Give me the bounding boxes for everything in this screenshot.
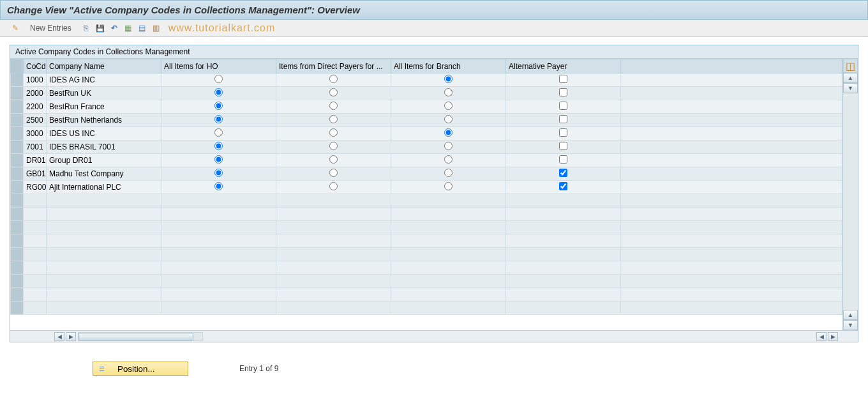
select-block-icon[interactable] (137, 22, 148, 34)
cell-cocd[interactable]: DR01 (24, 154, 47, 167)
col-header-branch[interactable]: All Items for Branch (391, 59, 506, 73)
scroll-down-button[interactable]: ▼ (843, 320, 858, 330)
checkbox-altpay[interactable] (559, 75, 567, 83)
radio-direct[interactable] (329, 182, 338, 190)
radio-direct[interactable] (329, 88, 338, 96)
radio-ho[interactable] (214, 182, 223, 190)
cell-company-name[interactable]: IDES US INC (47, 127, 161, 141)
save-icon[interactable] (94, 22, 106, 34)
scroll-up-step-button[interactable]: ▼ (843, 83, 858, 93)
radio-branch[interactable] (444, 169, 453, 177)
col-header-name[interactable]: Company Name (47, 59, 161, 73)
radio-ho[interactable] (214, 169, 223, 177)
radio-ho[interactable] (214, 88, 223, 96)
checkbox-altpay[interactable] (559, 155, 567, 164)
radio-branch[interactable] (444, 155, 453, 164)
scroll-up-button[interactable]: ▲ (843, 73, 858, 83)
hscroll-thumb-left[interactable] (79, 333, 193, 340)
row-selector[interactable] (11, 114, 24, 127)
new-entries-button[interactable]: New Entries (30, 24, 71, 33)
radio-direct[interactable] (329, 102, 338, 110)
cell-company-name[interactable]: IDES AG INC (47, 73, 161, 87)
checkbox-altpay[interactable] (559, 88, 567, 96)
row-selector[interactable] (11, 275, 24, 288)
row-selector[interactable] (11, 100, 24, 114)
radio-direct[interactable] (329, 142, 338, 150)
checkbox-altpay[interactable] (559, 115, 567, 123)
select-all-icon[interactable] (123, 22, 134, 34)
row-selector[interactable] (11, 234, 24, 248)
hscroll-track-left[interactable] (78, 332, 203, 341)
radio-branch[interactable] (444, 128, 453, 137)
deselect-icon[interactable] (151, 22, 162, 34)
hscroll-left-button[interactable]: ◀ (54, 332, 64, 341)
col-header-ho[interactable]: All Items for HO (161, 59, 276, 73)
cell-company-name[interactable]: IDES BRASIL 7001 (47, 141, 161, 154)
undo-icon[interactable] (108, 22, 120, 34)
col-header-altpay[interactable]: Alternative Payer (506, 59, 621, 73)
col-header-direct[interactable]: Items from Direct Payers for ... (276, 59, 391, 73)
hscroll-right-button[interactable]: ▶ (66, 332, 76, 341)
cell-company-name[interactable]: Ajit International PLC (47, 181, 161, 194)
hscroll-right-left-button[interactable]: ◀ (816, 332, 827, 341)
col-header-select[interactable] (11, 59, 24, 73)
radio-ho[interactable] (214, 155, 223, 164)
radio-direct[interactable] (329, 128, 338, 137)
copy-icon[interactable] (80, 22, 92, 34)
row-selector[interactable] (11, 154, 24, 167)
checkbox-altpay[interactable] (559, 102, 567, 110)
row-selector[interactable] (11, 127, 24, 141)
radio-branch[interactable] (444, 182, 453, 190)
radio-direct[interactable] (329, 169, 338, 177)
radio-ho[interactable] (214, 75, 223, 83)
row-selector[interactable] (11, 208, 24, 221)
checkbox-altpay[interactable] (559, 142, 567, 150)
checkbox-altpay[interactable] (559, 169, 567, 177)
scroll-track[interactable] (843, 93, 858, 310)
radio-direct[interactable] (329, 155, 338, 164)
row-selector[interactable] (11, 302, 24, 315)
radio-ho[interactable] (214, 115, 223, 123)
cell-company-name[interactable]: Group DR01 (47, 154, 161, 167)
row-selector[interactable] (11, 248, 24, 261)
cell-cocd[interactable]: GB01 (24, 167, 47, 181)
cell-company-name[interactable]: Madhu Test Company (47, 167, 161, 181)
radio-branch[interactable] (444, 102, 453, 110)
col-header-cocd[interactable]: CoCd (24, 59, 47, 73)
row-selector[interactable] (11, 181, 24, 194)
radio-ho[interactable] (214, 102, 223, 110)
row-selector[interactable] (11, 288, 24, 302)
radio-branch[interactable] (444, 75, 453, 83)
cell-company-name[interactable]: BestRun France (47, 100, 161, 114)
vertical-scrollbar[interactable]: ▲ ▼ ▲ ▼ (843, 73, 858, 330)
radio-direct[interactable] (329, 75, 338, 83)
cell-cocd[interactable]: RG00 (24, 181, 47, 194)
radio-branch[interactable] (444, 88, 453, 96)
scroll-down-step-button[interactable]: ▲ (843, 310, 858, 320)
radio-ho[interactable] (214, 128, 223, 137)
row-selector[interactable] (11, 87, 24, 100)
radio-ho[interactable] (214, 142, 223, 150)
radio-direct[interactable] (329, 115, 338, 123)
edit-icon[interactable] (10, 22, 21, 34)
row-selector[interactable] (11, 167, 24, 181)
radio-branch[interactable] (444, 142, 453, 150)
cell-cocd[interactable]: 2500 (24, 114, 47, 127)
cell-company-name[interactable]: BestRun UK (47, 87, 161, 100)
row-selector[interactable] (11, 221, 24, 234)
checkbox-altpay[interactable] (559, 128, 567, 137)
checkbox-altpay[interactable] (559, 182, 567, 190)
configure-columns-button[interactable] (843, 59, 858, 73)
cell-cocd[interactable]: 2200 (24, 100, 47, 114)
row-selector[interactable] (11, 141, 24, 154)
cell-cocd[interactable]: 1000 (24, 73, 47, 87)
row-selector[interactable] (11, 194, 24, 208)
radio-branch[interactable] (444, 115, 453, 123)
hscroll-right-right-button[interactable]: ▶ (828, 332, 838, 341)
cell-cocd[interactable]: 7001 (24, 141, 47, 154)
cell-cocd[interactable]: 2000 (24, 87, 47, 100)
row-selector[interactable] (11, 261, 24, 275)
position-button[interactable]: Position... (93, 362, 188, 376)
cell-company-name[interactable]: BestRun Netherlands (47, 114, 161, 127)
row-selector[interactable] (11, 73, 24, 87)
